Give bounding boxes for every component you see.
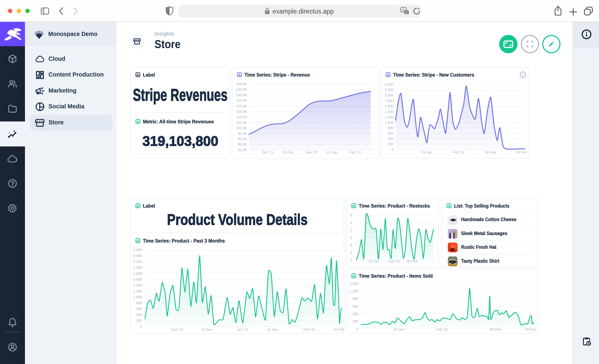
- svg-text:1,400: 1,400: [133, 283, 142, 287]
- svg-text:1,800: 1,800: [133, 272, 142, 275]
- svg-text:400: 400: [136, 313, 142, 317]
- svg-text:Dec '21: Dec '21: [262, 150, 274, 154]
- svg-text:4: 4: [350, 236, 352, 240]
- svg-text:Jan '22: Jan '22: [306, 150, 317, 154]
- svg-text:100.0K: 100.0K: [236, 126, 247, 130]
- svg-text:1,000: 1,000: [349, 289, 358, 293]
- svg-text:0: 0: [356, 327, 358, 331]
- svg-text:125.0K: 125.0K: [236, 98, 247, 103]
- svg-text:2,000: 2,000: [385, 93, 394, 97]
- svg-text:90.0K: 90.0K: [238, 137, 247, 141]
- svg-text:800: 800: [136, 301, 142, 305]
- svg-text:80.0K: 80.0K: [238, 148, 247, 152]
- svg-text:110.0K: 110.0K: [236, 115, 247, 119]
- svg-text:1,200: 1,200: [133, 289, 142, 293]
- svg-text:Feb '22: Feb '22: [303, 328, 315, 332]
- svg-text:6: 6: [350, 213, 352, 217]
- svg-text:15 Feb: 15 Feb: [333, 328, 344, 332]
- svg-text:0: 0: [140, 325, 142, 329]
- svg-text:140.0K: 140.0K: [236, 82, 247, 86]
- svg-text:15 Dec: 15 Dec: [201, 328, 212, 332]
- svg-text:1: 1: [350, 258, 352, 262]
- svg-text:85.0K: 85.0K: [238, 142, 247, 146]
- svg-text:0: 0: [392, 148, 394, 152]
- svg-text:5: 5: [350, 228, 352, 232]
- svg-text:200: 200: [136, 319, 142, 323]
- svg-text:1,000: 1,000: [133, 295, 142, 299]
- svg-text:1,600: 1,600: [385, 104, 394, 108]
- svg-text:600: 600: [136, 307, 142, 311]
- svg-text:130.0K: 130.0K: [236, 93, 247, 97]
- svg-text:16 Feb: 16 Feb: [516, 150, 527, 154]
- svg-text:Feb '22: Feb '22: [349, 150, 361, 154]
- svg-text:A: A: [403, 8, 405, 12]
- svg-text:1,400: 1,400: [385, 110, 394, 114]
- svg-text:2,600: 2,600: [133, 248, 142, 252]
- svg-text:24 Jan: 24 Jan: [421, 150, 432, 154]
- svg-text:115.0K: 115.0K: [236, 110, 247, 114]
- svg-text:08 Feb: 08 Feb: [485, 150, 496, 154]
- svg-text:800: 800: [352, 297, 358, 301]
- svg-text:1,600: 1,600: [133, 277, 142, 281]
- svg-text:1,000: 1,000: [385, 121, 394, 124]
- svg-text:文: 文: [405, 11, 408, 14]
- svg-text:400: 400: [388, 137, 394, 141]
- svg-text:15 Jan: 15 Jan: [267, 328, 277, 332]
- svg-text:600: 600: [352, 304, 358, 309]
- svg-text:1,800: 1,800: [385, 99, 394, 103]
- svg-text:2,400: 2,400: [133, 254, 142, 258]
- svg-text:800: 800: [388, 126, 394, 130]
- svg-text:1,200: 1,200: [349, 282, 358, 286]
- svg-text:Feb '22: Feb '22: [453, 150, 465, 154]
- svg-text:5: 5: [350, 221, 352, 225]
- svg-text:95.0K: 95.0K: [238, 132, 247, 136]
- svg-text:Dec '21: Dec '21: [171, 328, 183, 332]
- svg-text:2,200: 2,200: [385, 88, 394, 92]
- svg-text:Jan '22: Jan '22: [237, 328, 248, 332]
- svg-text:1,200: 1,200: [385, 115, 394, 119]
- svg-text:2,000: 2,000: [133, 266, 142, 270]
- svg-text:2,400: 2,400: [385, 83, 394, 87]
- svg-text:400: 400: [352, 312, 358, 316]
- svg-text:3: 3: [350, 243, 352, 247]
- svg-text:15 Dec: 15 Dec: [282, 150, 293, 154]
- svg-text:600: 600: [388, 132, 394, 135]
- svg-text:120.0K: 120.0K: [236, 104, 247, 108]
- svg-text:105.0K: 105.0K: [236, 121, 247, 124]
- svg-text:135.0K: 135.0K: [236, 88, 247, 91]
- svg-text:200: 200: [352, 320, 358, 323]
- svg-text:200: 200: [388, 142, 394, 146]
- svg-text:2,200: 2,200: [133, 260, 142, 264]
- svg-text:15 Jan: 15 Jan: [326, 150, 337, 154]
- svg-text:2: 2: [350, 251, 352, 255]
